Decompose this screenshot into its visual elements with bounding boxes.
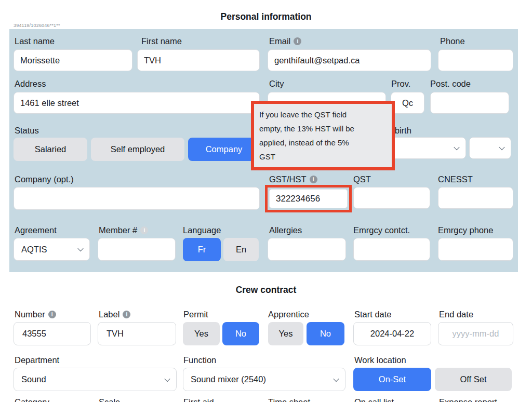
phone-label: Phone: [440, 36, 465, 46]
chevron-down-icon: [164, 376, 170, 381]
chevron-down-icon: [77, 246, 83, 251]
post-code-input[interactable]: [430, 92, 509, 114]
status-option-salaried[interactable]: Salaried: [14, 138, 87, 161]
gst-hst-label: GST/HSTi: [269, 175, 317, 184]
company-opt-input[interactable]: [14, 187, 260, 210]
department-select[interactable]: Sound: [14, 368, 177, 391]
member-num-input[interactable]: [98, 238, 176, 261]
work-location-option-offset[interactable]: Off Set: [435, 368, 512, 391]
work-location-option-onset[interactable]: On-Set: [353, 368, 431, 391]
status-label: Status: [15, 126, 39, 136]
tooltip-line: applied, instead of the 5%: [259, 136, 387, 150]
allergies-label: Allergies: [269, 225, 302, 235]
chevron-down-icon: [333, 376, 339, 381]
company-opt-label: Company (opt.): [15, 175, 74, 184]
permit-label: Permit: [183, 310, 208, 319]
language-label: Language: [183, 225, 221, 235]
start-date-input[interactable]: [353, 322, 431, 345]
emrgcy-contct-label: Emrgcy contct.: [353, 225, 410, 235]
status-option-self-employed[interactable]: Self employed: [91, 138, 184, 161]
first-name-input[interactable]: [137, 49, 260, 71]
contract-label-label: Labeli: [99, 310, 130, 319]
prov-label: Prov.: [391, 79, 410, 89]
apprentice-option-yes[interactable]: Yes: [268, 322, 303, 345]
language-option-fr[interactable]: Fr: [183, 238, 221, 261]
gst-info-icon[interactable]: i: [310, 176, 317, 183]
footer-label-first-aid: First aid: [183, 397, 214, 402]
chevron-down-icon: [454, 144, 459, 150]
contract-label-info-icon[interactable]: i: [123, 311, 130, 318]
footer-label-time-sheet: Time sheet: [268, 397, 310, 402]
qst-tooltip: If you leave the QST field empty, the 13…: [251, 101, 395, 170]
dob-month-select[interactable]: [391, 137, 466, 159]
apprentice-option-no[interactable]: No: [307, 322, 344, 345]
number-info-icon[interactable]: i: [48, 311, 56, 318]
number-label: Numberi: [15, 310, 56, 319]
function-label: Function: [183, 355, 216, 365]
gst-hst-input[interactable]: [269, 189, 348, 208]
agreement-label: Agreement: [15, 225, 57, 235]
ref-code: 394119/1026046**1**: [14, 23, 60, 28]
qst-input[interactable]: [353, 187, 430, 209]
prov-input[interactable]: [391, 92, 424, 114]
phone-input[interactable]: [438, 49, 513, 71]
cnesst-input[interactable]: [438, 187, 513, 209]
start-date-label: Start date: [354, 310, 392, 319]
department-label: Department: [15, 355, 59, 365]
footer-label-scale: Scale: [99, 397, 120, 402]
permit-option-no[interactable]: No: [222, 322, 259, 345]
address-input[interactable]: [14, 92, 260, 114]
emrgcy-contct-input[interactable]: [353, 238, 430, 261]
member-info-icon[interactable]: i: [140, 226, 148, 234]
gst-highlight-box: [265, 185, 352, 212]
crew-title: Crew contract: [0, 285, 532, 296]
emrgcy-phone-input[interactable]: [438, 238, 513, 261]
end-date-label: End date: [439, 310, 473, 319]
email-label: Emaili: [269, 36, 301, 46]
last-name-label: Last name: [15, 36, 55, 46]
address-label: Address: [15, 79, 46, 89]
contract-label-input[interactable]: [98, 322, 176, 345]
cnesst-label: CNESST: [438, 175, 473, 184]
allergies-input[interactable]: [268, 238, 346, 261]
chevron-down-icon: [499, 144, 504, 150]
agreement-select[interactable]: AQTIS: [14, 238, 90, 261]
email-input[interactable]: [268, 49, 431, 71]
footer-label-category: Category: [15, 397, 49, 402]
language-option-en[interactable]: En: [223, 238, 259, 261]
end-date-input[interactable]: [438, 322, 513, 345]
tooltip-line: If you leave the QST field: [259, 108, 387, 122]
tooltip-line: GST: [259, 150, 387, 164]
email-info-icon[interactable]: i: [294, 37, 301, 45]
first-name-label: First name: [141, 36, 182, 46]
page-title: Personal information: [0, 11, 532, 22]
number-input[interactable]: [14, 322, 91, 345]
status-option-company[interactable]: Company: [188, 138, 260, 161]
member-num-label: Member #i: [99, 225, 148, 235]
tooltip-line: empty, the 13% HST will be: [259, 122, 387, 136]
last-name-input[interactable]: [14, 49, 132, 71]
permit-option-yes[interactable]: Yes: [183, 322, 220, 345]
city-label: City: [269, 79, 284, 89]
function-select[interactable]: Sound mixer (2540): [183, 368, 345, 391]
work-location-label: Work location: [354, 355, 406, 365]
qst-label: QST: [353, 175, 371, 184]
dob-day-select[interactable]: [469, 137, 511, 159]
post-code-label: Post. code: [430, 79, 471, 89]
emrgcy-phone-label: Emrgcy phone: [438, 225, 493, 235]
footer-label-on-call-list: On call list: [354, 397, 394, 402]
footer-label-expense-report: Expense report: [439, 397, 497, 402]
apprentice-label: Apprentice: [268, 310, 309, 319]
